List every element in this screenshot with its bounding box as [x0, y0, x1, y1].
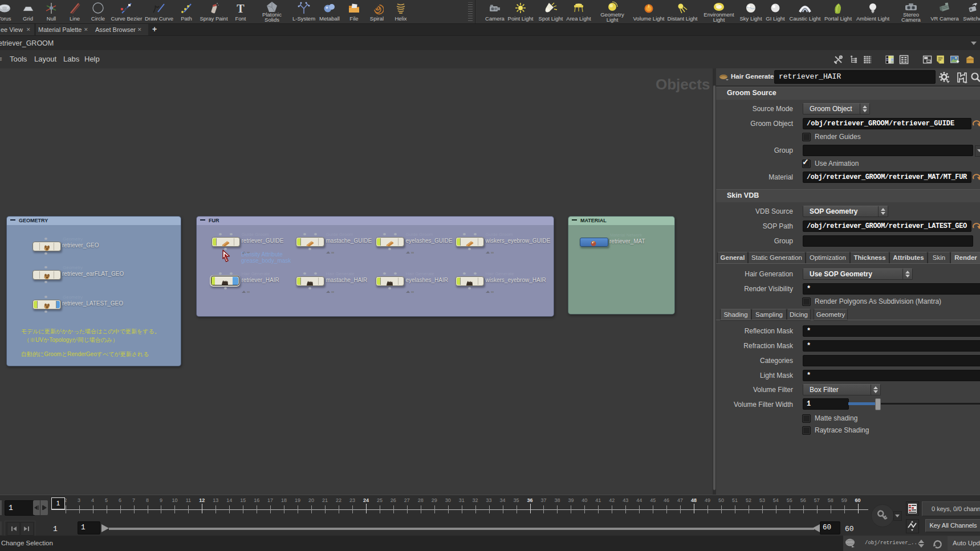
- svg-text:T: T: [237, 2, 245, 15]
